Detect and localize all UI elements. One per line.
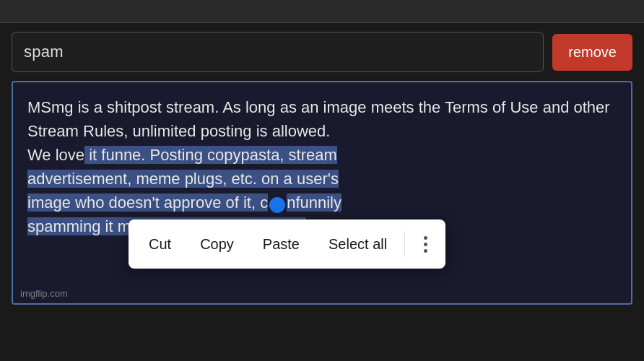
context-menu-divider bbox=[404, 231, 405, 257]
text-content: MSmg is a shitpost stream. As long as an… bbox=[27, 95, 617, 238]
context-menu: Cut Copy Paste Select all bbox=[129, 219, 445, 269]
three-dots-icon bbox=[424, 236, 427, 253]
search-row: spam remove bbox=[12, 32, 632, 72]
cut-menu-item[interactable]: Cut bbox=[134, 230, 186, 258]
top-bar bbox=[0, 0, 644, 23]
paste-menu-item[interactable]: Paste bbox=[248, 230, 314, 258]
watermark: imgflip.com bbox=[20, 288, 68, 299]
remove-button[interactable]: remove bbox=[552, 34, 632, 71]
select-all-menu-item[interactable]: Select all bbox=[314, 230, 401, 258]
text-area-wrapper[interactable]: MSmg is a shitpost stream. As long as an… bbox=[12, 81, 632, 305]
copy-menu-item[interactable]: Copy bbox=[186, 230, 248, 258]
search-input-wrapper[interactable]: spam bbox=[12, 32, 544, 72]
text-cursor bbox=[269, 197, 285, 213]
more-options-button[interactable] bbox=[411, 230, 440, 258]
search-input-value: spam bbox=[24, 43, 64, 61]
